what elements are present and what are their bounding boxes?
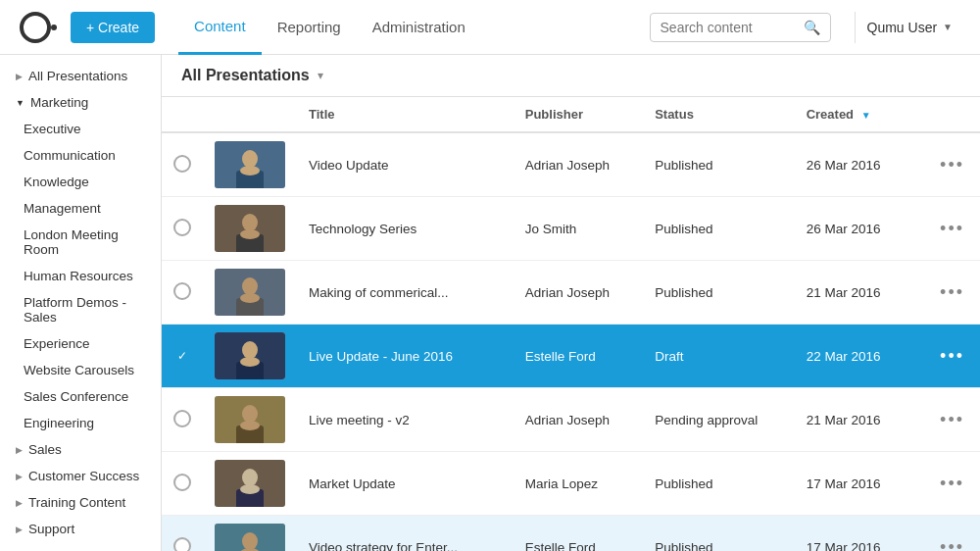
svg-point-25 <box>242 532 258 550</box>
sidebar-label-london: London Meeting Room <box>24 227 145 257</box>
row-actions-button[interactable]: ••• <box>936 344 968 369</box>
svg-point-5 <box>242 214 258 231</box>
row-created: 17 Mar 2016 <box>795 452 924 516</box>
table-row[interactable]: ✓Live Update - June 2016Estelle FordDraf… <box>162 325 980 388</box>
row-status: Published <box>643 261 795 325</box>
tab-content[interactable]: Content <box>178 0 262 55</box>
sidebar-item-experience[interactable]: Experience <box>0 330 161 357</box>
table-row[interactable]: Making of commerical...Adrian JosephPubl… <box>162 261 980 325</box>
sidebar-item-communication[interactable]: Communication <box>0 142 161 169</box>
main-nav: Content Reporting Administration <box>178 0 481 55</box>
row-publisher: Maria Lopez <box>514 452 643 516</box>
col-header-thumb <box>203 97 297 132</box>
sort-icon: ▼ <box>861 110 871 121</box>
table-row[interactable]: Technology SeriesJo SmithPublished26 Mar… <box>162 197 980 261</box>
row-checkbox[interactable] <box>173 474 191 491</box>
svg-point-9 <box>242 277 258 295</box>
search-box: 🔍 <box>650 13 831 42</box>
sidebar-item-sales-conference[interactable]: Sales Conference <box>0 383 161 410</box>
sidebar-label-management: Management <box>24 201 101 216</box>
table-row[interactable]: Market UpdateMaria LopezPublished17 Mar … <box>162 452 980 516</box>
row-created: 26 Mar 2016 <box>795 197 924 261</box>
row-title: Live Update - June 2016 <box>297 325 514 388</box>
table-row[interactable]: Video strategy for Enter...Estelle FordP… <box>162 516 980 552</box>
row-checkbox[interactable]: ✓ <box>173 347 191 365</box>
row-created: 21 Mar 2016 <box>795 388 924 452</box>
chevron-down-icon: ▼ <box>16 98 24 108</box>
row-status: Draft <box>643 325 795 388</box>
chevron-down-icon: ▼ <box>943 22 953 32</box>
tab-administration[interactable]: Administration <box>357 0 481 55</box>
user-label: Qumu User <box>867 20 938 35</box>
table-row[interactable]: Live meeting - v2Adrian JosephPending ap… <box>162 388 980 452</box>
svg-point-11 <box>240 293 260 303</box>
sidebar-label-marketing: Marketing <box>30 95 88 110</box>
row-publisher: Adrian Joseph <box>514 132 643 197</box>
logo <box>16 8 55 47</box>
sidebar-item-website-carousels[interactable]: Website Carousels <box>0 357 161 383</box>
sidebar-item-london[interactable]: London Meeting Room <box>0 222 161 263</box>
col-header-check <box>162 97 203 132</box>
row-checkbox[interactable] <box>173 282 191 300</box>
col-header-created[interactable]: Created ▼ <box>795 97 924 132</box>
sidebar-item-management[interactable]: Management <box>0 195 161 222</box>
row-checkbox[interactable] <box>173 219 191 236</box>
sidebar-label-knowledge: Knowledge <box>24 175 89 189</box>
presentations-table: Title Publisher Status Created ▼ Video U… <box>162 97 980 551</box>
svg-point-1 <box>242 150 258 168</box>
sidebar-item-executive[interactable]: Executive <box>0 116 161 142</box>
video-thumbnail <box>215 460 285 507</box>
sidebar-label-experience: Experience <box>24 336 90 351</box>
sidebar-item-marketing[interactable]: ▼ Marketing <box>0 89 161 116</box>
user-menu[interactable]: Qumu User ▼ <box>855 12 964 43</box>
logo-dot <box>51 25 57 30</box>
sidebar-item-hr[interactable]: Human Resources <box>0 263 161 289</box>
svg-point-23 <box>240 484 260 494</box>
row-actions-button[interactable]: ••• <box>936 280 968 305</box>
row-created: 22 Mar 2016 <box>795 325 924 388</box>
sidebar-item-customer-success[interactable]: ▶ Customer Success <box>0 463 161 489</box>
row-title: Market Update <box>297 452 514 516</box>
row-title: Video Update <box>297 132 514 197</box>
row-checkbox[interactable] <box>173 537 191 552</box>
col-header-actions <box>924 97 980 132</box>
sidebar-item-all-presentations[interactable]: ▶ All Presentations <box>0 63 161 89</box>
sidebar-label-executive: Executive <box>24 122 81 136</box>
sidebar-label-website-carousels: Website Carousels <box>24 363 134 377</box>
sidebar-item-sales[interactable]: ▶ Sales <box>0 436 161 463</box>
chevron-right-icon-training: ▶ <box>16 498 23 508</box>
sidebar-label-support: Support <box>28 522 74 536</box>
sidebar-item-platform-demos[interactable]: Platform Demos - Sales <box>0 289 161 330</box>
svg-point-3 <box>240 166 260 175</box>
sidebar-item-knowledge[interactable]: Knowledge <box>0 169 161 195</box>
chevron-right-icon: ▶ <box>16 72 23 81</box>
row-actions-button[interactable]: ••• <box>936 217 968 241</box>
row-actions-button[interactable]: ••• <box>936 535 968 552</box>
row-title: Making of commerical... <box>297 261 514 325</box>
col-header-status: Status <box>643 97 795 132</box>
search-input[interactable] <box>661 20 798 35</box>
create-button[interactable]: + Create <box>71 12 155 43</box>
filter-icon[interactable]: ▾ <box>318 69 323 82</box>
sidebar-label-customer-success: Customer Success <box>28 469 139 483</box>
row-title: Technology Series <box>297 197 514 261</box>
svg-point-15 <box>240 357 260 367</box>
table-row[interactable]: Video UpdateAdrian JosephPublished26 Mar… <box>162 132 980 197</box>
row-actions-button[interactable]: ••• <box>936 472 968 496</box>
sidebar-item-product[interactable]: ▶ Product <box>0 542 161 551</box>
row-publisher: Adrian Joseph <box>514 388 643 452</box>
table-body: Video UpdateAdrian JosephPublished26 Mar… <box>162 132 980 551</box>
row-actions-button[interactable]: ••• <box>936 153 968 177</box>
sidebar-label-engineering: Engineering <box>24 416 94 430</box>
row-checkbox[interactable] <box>173 410 191 427</box>
svg-point-19 <box>240 421 260 430</box>
row-status: Published <box>643 516 795 552</box>
sidebar-label-sales-conference: Sales Conference <box>24 389 128 404</box>
row-status: Pending approval <box>643 388 795 452</box>
row-actions-button[interactable]: ••• <box>936 408 968 432</box>
row-checkbox[interactable] <box>173 155 191 173</box>
sidebar-item-engineering[interactable]: Engineering <box>0 410 161 436</box>
sidebar-item-training-content[interactable]: ▶ Training Content <box>0 489 161 516</box>
sidebar-item-support[interactable]: ▶ Support <box>0 516 161 542</box>
tab-reporting[interactable]: Reporting <box>262 0 357 55</box>
